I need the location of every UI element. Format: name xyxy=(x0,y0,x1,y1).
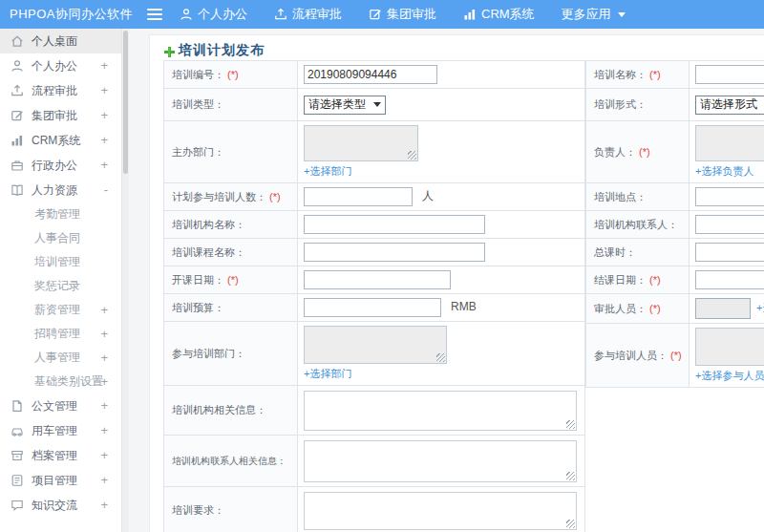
location-input[interactable] xyxy=(695,187,764,206)
sidebar-scrollbar[interactable] xyxy=(121,29,129,532)
menu-toggle-icon[interactable] xyxy=(147,9,162,20)
form-row: 主办部门： +选择部门 xyxy=(164,121,585,183)
choose-trainees-link[interactable]: +选择参与人员 xyxy=(695,369,764,383)
sidebar-subitem-recruit[interactable]: 招聘管理 + xyxy=(0,322,129,346)
org-name-input[interactable] xyxy=(304,215,485,234)
nav-crm[interactable]: CRM系统 xyxy=(463,6,535,23)
form-row: 审批人员：(*) +选择审批人员 xyxy=(586,294,764,324)
sidebar-subitem-training[interactable]: 培训管理 xyxy=(0,250,129,274)
sidebar-subitem-base-category[interactable]: 基础类别设置 + xyxy=(0,370,129,394)
sidebar-item-group-approval[interactable]: 集团审批 + xyxy=(0,103,129,128)
expand-toggle[interactable]: + xyxy=(100,128,108,153)
sidebar-item-workflow-approval[interactable]: 流程审批 + xyxy=(0,78,129,103)
sidebar-item-documents[interactable]: 公文管理 + xyxy=(0,394,129,418)
host-dept-label: 主办部门： xyxy=(164,121,298,183)
expand-toggle[interactable]: + xyxy=(100,370,108,394)
form-row: 培训名称：(*) xyxy=(586,61,764,89)
expand-toggle[interactable]: + xyxy=(100,394,108,418)
total-hours-input[interactable] xyxy=(695,243,764,262)
form-row: 培训预算： RMB xyxy=(164,294,585,322)
form-row: 培训形式： 请选择形式 xyxy=(586,89,764,121)
form-row: 结课日期：(*) xyxy=(586,266,764,294)
collapse-toggle[interactable]: - xyxy=(104,178,108,202)
form-row: 参与培训人员：(*) +选择参与人员 xyxy=(586,324,764,388)
expand-toggle[interactable]: + xyxy=(100,418,108,443)
choose-dept-link[interactable]: +选择部门 xyxy=(304,164,579,179)
sidebar-item-project[interactable]: 项目管理 + xyxy=(0,468,129,493)
archive-icon xyxy=(11,449,24,462)
sidebar-subitem-rewards[interactable]: 奖惩记录 xyxy=(0,274,129,298)
form-row: 培训机构相关信息： xyxy=(164,386,585,436)
expand-toggle[interactable]: + xyxy=(100,103,108,128)
chat-icon xyxy=(11,499,24,512)
course-name-input[interactable] xyxy=(304,243,485,262)
sidebar-item-desktop[interactable]: 个人桌面 xyxy=(0,29,129,53)
form-row: 培训机构联系人： xyxy=(586,211,764,239)
org-contact-input[interactable] xyxy=(695,215,764,234)
join-dept-textarea[interactable] xyxy=(304,326,447,364)
expand-toggle[interactable]: + xyxy=(100,493,108,518)
resize-handle-icon[interactable] xyxy=(408,151,416,160)
sidebar-item-archive[interactable]: 档案管理 + xyxy=(0,443,129,468)
expand-toggle[interactable]: + xyxy=(100,443,108,468)
document-icon xyxy=(11,399,24,413)
training-type-label: 培训类型： xyxy=(164,89,298,121)
approver-input[interactable] xyxy=(695,298,751,319)
planned-count-input[interactable] xyxy=(304,187,413,206)
choose-approver-link[interactable]: +选择审批人员 xyxy=(756,302,764,313)
budget-input[interactable] xyxy=(304,298,441,317)
org-info-textarea[interactable] xyxy=(304,391,577,431)
join-dept-label: 参与培训部门： xyxy=(164,322,298,386)
expand-toggle[interactable]: + xyxy=(100,53,108,78)
training-no-input[interactable] xyxy=(304,65,437,84)
sidebar-item-admin-office[interactable]: 行政办公 + xyxy=(0,153,129,178)
nav-workflow-approval[interactable]: 流程审批 xyxy=(274,6,342,23)
sidebar-item-hr[interactable]: 人力资源 - xyxy=(0,178,129,202)
training-requirements-textarea[interactable] xyxy=(304,492,577,530)
training-form-select[interactable]: 请选择形式 xyxy=(695,96,764,115)
end-date-input[interactable] xyxy=(695,270,764,289)
brand-logo[interactable]: PHPOA协同办公软件 xyxy=(10,6,145,23)
resize-handle-icon[interactable] xyxy=(566,472,575,480)
sidebar-item-crm[interactable]: CRM系统 + xyxy=(0,128,129,153)
sidebar-item-personal-office[interactable]: 个人办公 + xyxy=(0,53,129,78)
leader-textarea[interactable] xyxy=(695,125,764,161)
training-name-input[interactable] xyxy=(695,65,764,84)
form-row: 培训地点： xyxy=(586,183,764,211)
sidebar-item-knowledge[interactable]: 知识交流 + xyxy=(0,493,129,518)
expand-toggle[interactable]: + xyxy=(100,468,108,493)
sidebar-subitem-attendance[interactable]: 考勤管理 xyxy=(0,202,129,226)
form-row: 培训编号：(*) xyxy=(164,61,585,89)
page-title-text: 培训计划发布 xyxy=(179,42,265,59)
org-name-label: 培训机构名称： xyxy=(164,211,298,239)
expand-toggle[interactable]: + xyxy=(100,298,108,322)
resize-handle-icon[interactable] xyxy=(436,353,445,362)
training-type-select[interactable]: 请选择类型 xyxy=(304,96,386,115)
user-icon xyxy=(180,8,193,21)
nav-label: 流程审批 xyxy=(292,6,342,23)
expand-toggle[interactable]: + xyxy=(100,346,108,370)
start-date-input[interactable] xyxy=(304,270,451,289)
scrollbar-thumb[interactable] xyxy=(123,31,128,174)
nav-group-approval[interactable]: 集团审批 xyxy=(369,6,436,23)
sidebar-subitem-personnel[interactable]: 人事管理 + xyxy=(0,346,129,370)
host-dept-textarea[interactable] xyxy=(304,125,418,161)
sidebar-item-vehicle[interactable]: 用车管理 + xyxy=(0,418,129,443)
choose-dept-link[interactable]: +选择部门 xyxy=(304,367,579,381)
resize-handle-icon[interactable] xyxy=(566,420,575,429)
sidebar-subitem-salary[interactable]: 薪资管理 + xyxy=(0,298,129,322)
expand-toggle[interactable]: + xyxy=(100,153,108,178)
nav-personal-office[interactable]: 个人办公 xyxy=(180,6,247,23)
org-contact-info-textarea[interactable] xyxy=(304,440,577,482)
expand-toggle[interactable]: + xyxy=(100,78,108,103)
resize-handle-icon[interactable] xyxy=(566,520,575,528)
sidebar-subitem-hr-contract[interactable]: 人事合同 xyxy=(0,226,129,250)
expand-toggle[interactable]: + xyxy=(100,322,108,346)
choose-leader-link[interactable]: +选择负责人 xyxy=(695,164,764,179)
sidebar-subitem-label: 人事管理 xyxy=(34,351,80,364)
form-row: 参与培训部门： +选择部门 xyxy=(164,322,585,386)
main-content: 培训计划发布 培训编号：(*) 培训类型： 请选择类型 xyxy=(129,29,764,532)
nav-more-apps[interactable]: 更多应用 xyxy=(562,6,626,23)
page-title: 培训计划发布 xyxy=(163,42,265,59)
trainees-textarea[interactable] xyxy=(695,328,764,366)
